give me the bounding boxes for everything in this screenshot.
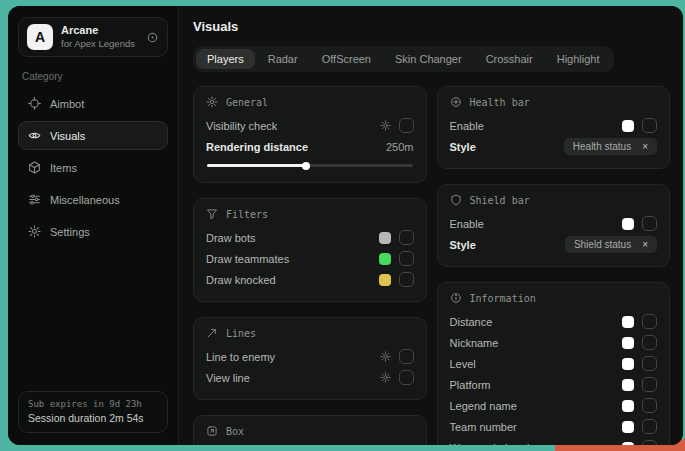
funnel-icon [206,208,218,220]
slider-fill [207,164,306,167]
shield-enable-color-swatch[interactable] [622,218,634,230]
shield-enable-row: Enable [450,213,658,234]
page-title: Visuals [193,19,670,34]
remove-icon[interactable]: × [642,240,648,250]
gear-icon [206,96,218,108]
box-enable-row: Enable [206,444,414,445]
team-number-checkbox[interactable] [642,419,657,434]
row-label: Weapon in hands [450,442,535,446]
lines-card: Lines Line to enemy [193,317,427,400]
level-checkbox[interactable] [642,356,657,371]
section-title: Health bar [470,97,530,108]
visibility-check-row: Visibility check [206,115,414,136]
sidebar-item-aimbot[interactable]: Aimbot [18,89,168,118]
health-enable-checkbox[interactable] [642,118,657,133]
sub-expires-text: Sub expires in 9d 23h [28,399,158,409]
section-title: Shield bar [470,195,530,206]
row-label: Legend name [450,400,517,412]
section-title: Filters [226,209,268,220]
remove-icon[interactable]: × [642,142,648,152]
session-duration-text: Session duration 2m 54s [28,412,158,424]
view-line-checkbox[interactable] [399,370,414,385]
draw-knocked-checkbox[interactable] [399,272,414,287]
information-card-header: Information [450,292,658,304]
health-enable-row: Enable [450,115,658,136]
tab-players[interactable]: Players [196,49,255,69]
gear-icon[interactable] [380,120,391,131]
section-title: General [226,97,268,108]
draw-teammates-checkbox[interactable] [399,251,414,266]
row-label: Rendering distance [206,141,308,153]
section-title: Lines [226,328,256,339]
legend-name-color-swatch[interactable] [622,400,634,412]
tab-offscreen[interactable]: OffScreen [311,49,382,69]
row-label: Visibility check [206,120,277,132]
sidebar-nav: Aimbot Visuals Items [18,89,168,249]
sidebar-item-visuals[interactable]: Visuals [18,121,168,150]
platform-color-swatch[interactable] [622,379,634,391]
tab-highlight[interactable]: Highlight [546,49,611,69]
row-label: Enable [450,218,484,230]
sidebar-item-label: Visuals [50,130,85,142]
weapon-in-hands-color-swatch[interactable] [622,442,634,446]
gear-icon[interactable] [380,372,391,383]
health-bar-card: Health bar Enable Style Health status [437,86,671,169]
info-level-row: Level [450,353,658,374]
slider-thumb[interactable] [302,162,310,170]
sidebar-item-label: Items [50,162,77,174]
draw-teammates-color-swatch[interactable] [379,253,391,265]
general-card: General Visibility check [193,86,427,183]
tab-skin-changer[interactable]: Skin Changer [384,49,473,69]
line-to-enemy-checkbox[interactable] [399,349,414,364]
shield-enable-checkbox[interactable] [642,216,657,231]
info-weapon-in-hands-row: Weapon in hands [450,437,658,445]
health-icon [450,96,462,108]
team-number-color-swatch[interactable] [622,421,634,433]
row-label: Draw bots [206,232,256,244]
legend-name-checkbox[interactable] [642,398,657,413]
shield-bar-card: Shield bar Enable Style Shield status [437,184,671,267]
sidebar-item-items[interactable]: Items [18,153,168,182]
cube-icon [28,161,41,174]
platform-checkbox[interactable] [642,377,657,392]
info-team-number-row: Team number [450,416,658,437]
section-title: Information [470,293,536,304]
gear-icon[interactable] [380,351,391,362]
level-color-swatch[interactable] [622,358,634,370]
box-card: Box Enable Enable background [193,415,427,445]
row-label: Style [450,141,476,153]
sidebar-item-label: Miscellaneous [50,194,120,206]
app-window: A Arcane for Apex Legends Category Aimbo… [8,6,683,445]
draw-bots-checkbox[interactable] [399,230,414,245]
subscription-info-card: Sub expires in 9d 23h Session duration 2… [18,391,168,433]
left-column: General Visibility check [193,86,427,445]
app-logo: A [27,24,53,50]
row-label: Draw teammates [206,253,289,265]
sidebar-item-settings[interactable]: Settings [18,217,168,246]
distance-color-swatch[interactable] [622,316,634,328]
draw-knocked-row: Draw knocked [206,269,414,290]
weapon-in-hands-checkbox[interactable] [642,440,657,445]
distance-checkbox[interactable] [642,314,657,329]
draw-bots-color-swatch[interactable] [379,232,391,244]
shield-style-chip[interactable]: Shield status × [565,236,657,253]
nickname-checkbox[interactable] [642,335,657,350]
tab-radar[interactable]: Radar [257,49,309,69]
nickname-color-swatch[interactable] [622,337,634,349]
draw-knocked-color-swatch[interactable] [379,274,391,286]
rendering-distance-row: Rendering distance 250m [206,136,414,157]
target-icon[interactable] [146,31,159,44]
health-bar-card-header: Health bar [450,96,658,108]
filters-card: Filters Draw bots Draw teammates [193,198,427,302]
row-label: Distance [450,316,493,328]
row-label: Nickname [450,337,499,349]
tab-crosshair[interactable]: Crosshair [475,49,544,69]
view-line-row: View line [206,367,414,388]
info-platform-row: Platform [450,374,658,395]
health-style-chip[interactable]: Health status × [564,138,657,155]
visibility-check-checkbox[interactable] [399,118,414,133]
health-enable-color-swatch[interactable] [622,120,634,132]
sidebar-item-miscellaneous[interactable]: Miscellaneous [18,185,168,214]
draw-teammates-row: Draw teammates [206,248,414,269]
rendering-distance-slider[interactable] [207,164,413,167]
